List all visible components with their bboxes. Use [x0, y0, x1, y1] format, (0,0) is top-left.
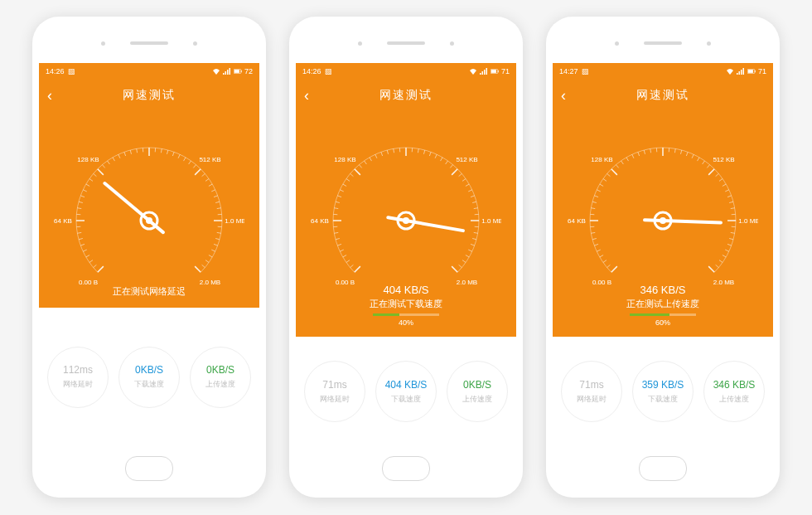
svg-line-128	[471, 244, 475, 245]
svg-point-71	[146, 217, 152, 224]
svg-line-122	[474, 208, 478, 209]
svg-line-133	[452, 266, 457, 272]
phone-bezel-bottom	[39, 446, 259, 491]
metric-upload: 0KB/S 上传速度	[190, 347, 251, 408]
signal-icon	[737, 67, 745, 75]
svg-rect-149	[748, 70, 753, 73]
svg-line-104	[394, 148, 394, 153]
phone-bezel-bottom	[553, 446, 773, 491]
svg-line-82	[343, 255, 346, 258]
back-icon[interactable]: ‹	[304, 87, 309, 104]
svg-rect-145	[738, 71, 740, 75]
wifi-icon	[212, 67, 220, 75]
svg-rect-150	[755, 70, 756, 73]
svg-text:128 KB: 128 KB	[334, 156, 355, 163]
nav-bar: ‹ 网速测试	[296, 80, 516, 111]
svg-point-215	[660, 217, 666, 224]
svg-text:512 KB: 512 KB	[456, 156, 477, 163]
status-time: 14:26	[302, 67, 321, 75]
metric-download: 404 KB/S 下载速度	[375, 361, 437, 422]
metric-latency: 71ms 网络延时	[561, 361, 622, 422]
phone-bezel-top	[553, 23, 773, 63]
svg-line-191	[725, 190, 729, 192]
svg-line-86	[334, 232, 338, 233]
gallery-icon: ▧	[68, 67, 76, 75]
phone-3: 14:27 ▧ 71 ‹ 网速测试 0.00 B64 KB128 KB256	[546, 17, 780, 498]
svg-line-84	[337, 244, 341, 245]
battery-percent: 72	[244, 67, 253, 75]
metrics-row: 71ms 网络延时 359 KB/S 下载速度 346 KB/S 上传速度	[553, 337, 773, 446]
svg-line-163	[592, 202, 597, 202]
svg-line-22	[86, 184, 89, 187]
progress-bar	[630, 313, 696, 316]
svg-rect-73	[481, 71, 483, 75]
home-button[interactable]	[639, 456, 687, 481]
svg-text:512 KB: 512 KB	[713, 156, 734, 163]
svg-line-30	[124, 152, 126, 156]
latency-value: 112ms	[63, 364, 93, 376]
svg-line-59	[205, 260, 209, 263]
svg-line-100	[370, 158, 372, 161]
battery-icon	[747, 67, 756, 75]
svg-line-188	[716, 173, 719, 176]
svg-line-158	[591, 232, 595, 233]
svg-rect-72	[480, 73, 481, 75]
svg-line-8	[94, 265, 97, 267]
svg-line-58	[209, 255, 212, 258]
svg-line-174	[638, 152, 640, 156]
upload-label: 上传速度	[462, 394, 492, 405]
screen: 14:26 ▧ 72 ‹ 网速测试 0.00 B64 KB128 KB256	[39, 63, 259, 446]
svg-line-31	[130, 150, 131, 154]
svg-line-186	[707, 165, 709, 168]
svg-text:512 KB: 512 KB	[199, 156, 220, 163]
svg-text:1.0 MB: 1.0 MB	[225, 217, 244, 225]
svg-line-25	[98, 169, 104, 175]
latency-label: 网络延时	[577, 394, 607, 405]
svg-line-164	[594, 196, 598, 197]
svg-line-120	[471, 196, 475, 197]
svg-line-202	[723, 255, 726, 258]
svg-line-199	[729, 238, 733, 239]
svg-text:2.0 MB: 2.0 MB	[200, 279, 220, 286]
upload-label: 上传速度	[205, 379, 235, 390]
back-icon[interactable]: ‹	[47, 87, 52, 104]
progress-fill	[373, 313, 399, 316]
svg-line-12	[80, 244, 85, 245]
svg-line-98	[359, 165, 361, 168]
svg-line-90	[334, 208, 338, 209]
svg-line-99	[365, 161, 367, 164]
svg-line-172	[626, 158, 629, 161]
home-button[interactable]	[382, 456, 430, 481]
svg-line-151	[611, 266, 617, 272]
signal-icon	[223, 67, 231, 75]
progress-fill	[630, 313, 669, 316]
page-title: 网速测试	[553, 88, 773, 103]
home-button[interactable]	[125, 456, 173, 481]
speed-gauge: 0.00 B64 KB128 KB256 KB512 KB1.0 MB2.0 M…	[568, 138, 758, 304]
svg-line-37	[167, 150, 167, 154]
svg-line-80	[350, 265, 354, 267]
wifi-icon	[726, 67, 734, 75]
svg-rect-5	[234, 70, 239, 73]
svg-line-27	[108, 161, 110, 164]
svg-line-154	[600, 255, 603, 258]
svg-rect-75	[486, 68, 487, 75]
phone-1: 14:26 ▧ 72 ‹ 网速测试 0.00 B64 KB128 KB256	[32, 17, 266, 498]
svg-line-194	[731, 208, 735, 209]
svg-line-198	[731, 232, 735, 233]
latency-label: 网络延时	[63, 379, 93, 390]
svg-line-157	[592, 238, 597, 239]
back-icon[interactable]: ‹	[561, 87, 566, 104]
svg-line-203	[719, 260, 723, 263]
upload-value: 346 KB/S	[713, 379, 756, 391]
svg-line-54	[217, 232, 221, 233]
phone-2: 14:26 ▧ 71 ‹ 网速测试 0.00 B64 KB128 KB256	[289, 17, 523, 498]
svg-line-114	[450, 165, 452, 168]
download-value: 404 KB/S	[385, 379, 428, 391]
svg-rect-3	[229, 68, 230, 75]
svg-rect-2	[227, 70, 229, 75]
screen: 14:27 ▧ 71 ‹ 网速测试 0.00 B64 KB128 KB256	[553, 63, 773, 446]
svg-line-26	[102, 165, 104, 168]
metric-latency: 112ms 网络延时	[47, 347, 109, 408]
phone-bezel-top	[296, 23, 516, 63]
